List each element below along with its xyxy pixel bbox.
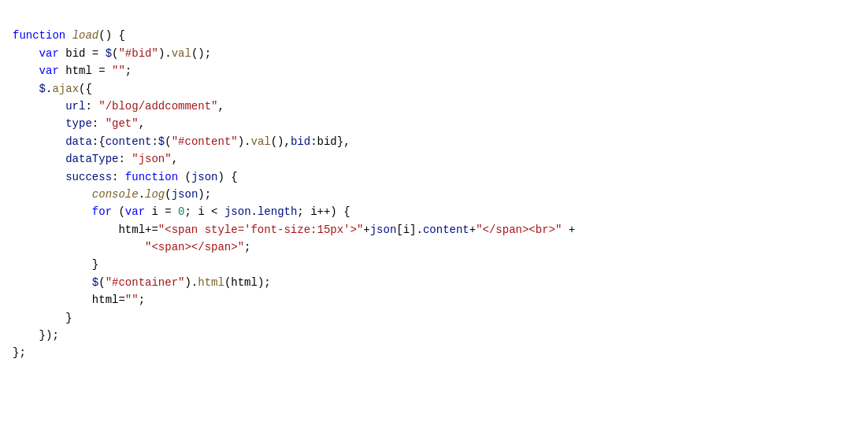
line-18: }); [13, 329, 59, 342]
line-19: }; [13, 346, 26, 359]
line-11: for (var i = 0; i < json.length; i++) { [13, 205, 351, 218]
line-9: success: function (json) { [13, 171, 238, 183]
line-7: data:{content:$("#content").val(),bid:bi… [13, 135, 351, 148]
line-5: url: "/blog/addcomment", [13, 100, 224, 113]
line-1: function load() { [13, 29, 125, 42]
code-content: function load() { var bid = $("#bid").va… [0, 6, 868, 382]
line-14: } [13, 258, 98, 271]
line-3: var html = ""; [13, 65, 132, 77]
line-15: $("#container").html(html); [13, 276, 271, 289]
line-6: type: "get", [13, 117, 145, 130]
line-8: dataType: "json", [13, 153, 178, 165]
line-2: var bid = $("#bid").val(); [13, 47, 211, 60]
line-12: html+="<span style='font-size:15px'>"+js… [13, 224, 575, 236]
line-13: "<span></span>"; [13, 241, 250, 253]
line-17: } [13, 312, 72, 324]
line-4: $.ajax({ [13, 83, 92, 95]
line-16: html=""; [13, 294, 145, 306]
code-editor: function load() { var bid = $("#bid").va… [0, 0, 868, 425]
line-10: console.log(json); [13, 188, 211, 201]
